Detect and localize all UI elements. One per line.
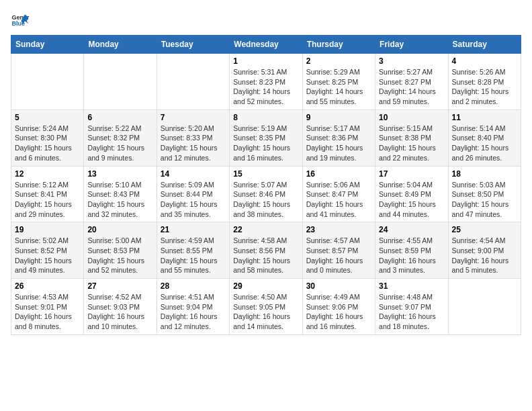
day-cell: 29Sunrise: 4:50 AM Sunset: 9:05 PM Dayli… xyxy=(230,279,302,335)
day-number: 5 xyxy=(15,113,80,122)
header-cell-tuesday: Tuesday xyxy=(157,36,229,54)
day-cell: 28Sunrise: 4:51 AM Sunset: 9:04 PM Dayli… xyxy=(157,279,229,335)
day-number: 29 xyxy=(233,281,298,291)
week-row-0: 1Sunrise: 5:31 AM Sunset: 8:23 PM Daylig… xyxy=(11,54,521,110)
day-number: 1 xyxy=(233,56,298,66)
day-cell: 12Sunrise: 5:12 AM Sunset: 8:41 PM Dayli… xyxy=(11,166,84,222)
day-info: Sunrise: 5:00 AM Sunset: 8:53 PM Dayligh… xyxy=(87,236,152,275)
day-info: Sunrise: 5:31 AM Sunset: 8:23 PM Dayligh… xyxy=(233,67,298,107)
day-cell: 10Sunrise: 5:15 AM Sunset: 8:38 PM Dayli… xyxy=(375,109,448,166)
week-row-3: 19Sunrise: 5:02 AM Sunset: 8:52 PM Dayli… xyxy=(11,222,521,279)
day-info: Sunrise: 5:15 AM Sunset: 8:38 PM Dayligh… xyxy=(379,124,444,163)
day-cell: 18Sunrise: 5:03 AM Sunset: 8:50 PM Dayli… xyxy=(448,166,521,222)
day-info: Sunrise: 5:20 AM Sunset: 8:33 PM Dayligh… xyxy=(161,124,226,163)
day-cell: 26Sunrise: 4:53 AM Sunset: 9:01 PM Dayli… xyxy=(11,279,84,335)
day-info: Sunrise: 4:48 AM Sunset: 9:07 PM Dayligh… xyxy=(379,292,444,332)
header-cell-monday: Monday xyxy=(84,36,157,54)
day-number: 9 xyxy=(306,113,371,122)
header-cell-wednesday: Wednesday xyxy=(230,36,302,54)
day-info: Sunrise: 5:19 AM Sunset: 8:35 PM Dayligh… xyxy=(233,124,298,163)
day-info: Sunrise: 5:10 AM Sunset: 8:43 PM Dayligh… xyxy=(87,180,152,220)
day-cell: 14Sunrise: 5:09 AM Sunset: 8:44 PM Dayli… xyxy=(157,166,229,222)
day-number: 18 xyxy=(452,169,517,179)
header-cell-friday: Friday xyxy=(375,36,448,54)
day-cell xyxy=(11,54,84,110)
day-info: Sunrise: 4:50 AM Sunset: 9:05 PM Dayligh… xyxy=(233,292,298,332)
day-cell: 17Sunrise: 5:04 AM Sunset: 8:49 PM Dayli… xyxy=(375,166,448,222)
day-cell: 21Sunrise: 4:59 AM Sunset: 8:55 PM Dayli… xyxy=(157,222,229,279)
day-number: 10 xyxy=(379,113,444,122)
day-info: Sunrise: 4:53 AM Sunset: 9:01 PM Dayligh… xyxy=(15,292,80,332)
day-info: Sunrise: 4:52 AM Sunset: 9:03 PM Dayligh… xyxy=(87,292,152,332)
day-cell xyxy=(157,54,229,110)
day-number: 22 xyxy=(233,225,298,234)
day-info: Sunrise: 5:26 AM Sunset: 8:28 PM Dayligh… xyxy=(452,67,517,107)
day-info: Sunrise: 5:04 AM Sunset: 8:49 PM Dayligh… xyxy=(379,180,444,220)
day-cell: 23Sunrise: 4:57 AM Sunset: 8:57 PM Dayli… xyxy=(302,222,375,279)
day-info: Sunrise: 5:07 AM Sunset: 8:46 PM Dayligh… xyxy=(233,180,298,220)
header-row: SundayMondayTuesdayWednesdayThursdayFrid… xyxy=(11,36,521,54)
day-cell: 31Sunrise: 4:48 AM Sunset: 9:07 PM Dayli… xyxy=(375,279,448,335)
header-cell-saturday: Saturday xyxy=(448,36,521,54)
day-number: 21 xyxy=(161,225,226,234)
day-cell: 7Sunrise: 5:20 AM Sunset: 8:33 PM Daylig… xyxy=(157,109,229,166)
logo: General Blue xyxy=(11,11,30,30)
day-number: 23 xyxy=(306,225,371,234)
day-number: 25 xyxy=(452,225,517,234)
day-cell: 27Sunrise: 4:52 AM Sunset: 9:03 PM Dayli… xyxy=(84,279,157,335)
day-number: 28 xyxy=(161,281,226,291)
day-info: Sunrise: 5:09 AM Sunset: 8:44 PM Dayligh… xyxy=(161,180,226,220)
day-info: Sunrise: 5:17 AM Sunset: 8:36 PM Dayligh… xyxy=(306,124,371,163)
day-cell: 8Sunrise: 5:19 AM Sunset: 8:35 PM Daylig… xyxy=(230,109,302,166)
week-row-2: 12Sunrise: 5:12 AM Sunset: 8:41 PM Dayli… xyxy=(11,166,521,222)
header: General Blue xyxy=(11,11,521,30)
day-number: 14 xyxy=(161,169,226,179)
day-number: 27 xyxy=(87,281,152,291)
day-number: 3 xyxy=(379,56,444,66)
day-cell: 22Sunrise: 4:58 AM Sunset: 8:56 PM Dayli… xyxy=(230,222,302,279)
day-cell: 1Sunrise: 5:31 AM Sunset: 8:23 PM Daylig… xyxy=(230,54,302,110)
day-cell: 9Sunrise: 5:17 AM Sunset: 8:36 PM Daylig… xyxy=(302,109,375,166)
day-info: Sunrise: 5:27 AM Sunset: 8:27 PM Dayligh… xyxy=(379,67,444,107)
day-number: 26 xyxy=(15,281,80,291)
day-number: 17 xyxy=(379,169,444,179)
day-info: Sunrise: 5:29 AM Sunset: 8:25 PM Dayligh… xyxy=(306,67,371,107)
day-cell: 15Sunrise: 5:07 AM Sunset: 8:46 PM Dayli… xyxy=(230,166,302,222)
week-row-4: 26Sunrise: 4:53 AM Sunset: 9:01 PM Dayli… xyxy=(11,279,521,335)
day-number: 12 xyxy=(15,169,80,179)
day-cell: 25Sunrise: 4:54 AM Sunset: 9:00 PM Dayli… xyxy=(448,222,521,279)
day-cell: 24Sunrise: 4:55 AM Sunset: 8:59 PM Dayli… xyxy=(375,222,448,279)
week-row-1: 5Sunrise: 5:24 AM Sunset: 8:30 PM Daylig… xyxy=(11,109,521,166)
day-cell: 19Sunrise: 5:02 AM Sunset: 8:52 PM Dayli… xyxy=(11,222,84,279)
day-cell: 5Sunrise: 5:24 AM Sunset: 8:30 PM Daylig… xyxy=(11,109,84,166)
day-number: 31 xyxy=(379,281,444,291)
day-info: Sunrise: 4:57 AM Sunset: 8:57 PM Dayligh… xyxy=(306,236,371,275)
day-number: 19 xyxy=(15,225,80,234)
day-cell: 4Sunrise: 5:26 AM Sunset: 8:28 PM Daylig… xyxy=(448,54,521,110)
day-cell: 11Sunrise: 5:14 AM Sunset: 8:40 PM Dayli… xyxy=(448,109,521,166)
header-cell-sunday: Sunday xyxy=(11,36,84,54)
day-number: 24 xyxy=(379,225,444,234)
day-cell: 20Sunrise: 5:00 AM Sunset: 8:53 PM Dayli… xyxy=(84,222,157,279)
day-number: 2 xyxy=(306,56,371,66)
day-number: 15 xyxy=(233,169,298,179)
day-cell: 6Sunrise: 5:22 AM Sunset: 8:32 PM Daylig… xyxy=(84,109,157,166)
day-cell: 3Sunrise: 5:27 AM Sunset: 8:27 PM Daylig… xyxy=(375,54,448,110)
day-number: 30 xyxy=(306,281,371,291)
day-info: Sunrise: 5:14 AM Sunset: 8:40 PM Dayligh… xyxy=(452,124,517,163)
day-number: 13 xyxy=(87,169,152,179)
day-cell xyxy=(84,54,157,110)
calendar-table: SundayMondayTuesdayWednesdayThursdayFrid… xyxy=(11,35,521,335)
day-info: Sunrise: 4:51 AM Sunset: 9:04 PM Dayligh… xyxy=(161,292,226,332)
day-number: 7 xyxy=(161,113,226,122)
day-number: 20 xyxy=(87,225,152,234)
day-info: Sunrise: 5:06 AM Sunset: 8:47 PM Dayligh… xyxy=(306,180,371,220)
day-info: Sunrise: 4:58 AM Sunset: 8:56 PM Dayligh… xyxy=(233,236,298,275)
day-cell: 13Sunrise: 5:10 AM Sunset: 8:43 PM Dayli… xyxy=(84,166,157,222)
header-cell-thursday: Thursday xyxy=(302,36,375,54)
day-info: Sunrise: 5:22 AM Sunset: 8:32 PM Dayligh… xyxy=(87,124,152,163)
logo-icon: General Blue xyxy=(11,11,30,30)
day-cell: 2Sunrise: 5:29 AM Sunset: 8:25 PM Daylig… xyxy=(302,54,375,110)
day-info: Sunrise: 4:55 AM Sunset: 8:59 PM Dayligh… xyxy=(379,236,444,275)
day-number: 8 xyxy=(233,113,298,122)
